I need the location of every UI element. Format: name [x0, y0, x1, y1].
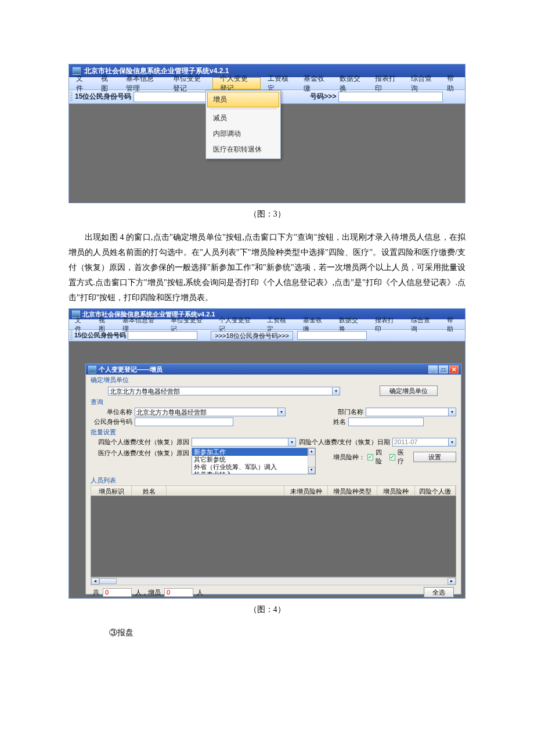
chevron-down-icon[interactable]: ▾ — [448, 438, 456, 446]
dialog-title: 个人变更登记——增员 — [99, 365, 163, 374]
menu2-fund[interactable]: 基金收缴 — [297, 316, 333, 333]
dropdown-item-add[interactable]: 增员 — [207, 92, 279, 107]
checkbox-four-label: 四险 — [376, 448, 387, 466]
section-confirm-unit: 确定增员单位 — [91, 376, 456, 384]
list-item[interactable]: 外省（行业统筹、军队）调入 — [192, 463, 315, 471]
list-item[interactable]: 机关事业转入 — [192, 471, 315, 474]
col-fourpay[interactable]: 四险个人缴 — [415, 486, 456, 495]
dialog-icon — [88, 365, 96, 373]
col-notadded[interactable]: 未增员险种 — [284, 486, 328, 495]
menu-query[interactable]: 综合查询 — [404, 77, 440, 89]
set-button[interactable]: 设置 — [413, 452, 456, 462]
label-dept: 部门名称 — [305, 408, 363, 416]
toolbar-grip-icon — [70, 92, 73, 102]
col-blank[interactable] — [167, 486, 284, 495]
total-count: 0 — [103, 588, 132, 597]
menu-fund[interactable]: 基金收缴 — [297, 77, 333, 89]
toolbar-idlabel: 15位公民身份号码 — [75, 92, 131, 102]
scrollbar[interactable]: ▴ ▾ — [308, 448, 315, 474]
menubar2: 文件 视图 基本信息管理 单位变更登记 个人变更登记 工资核定 基金收缴 数据交… — [69, 319, 465, 330]
menu2-query[interactable]: 综合查询 — [405, 316, 441, 333]
unit-combo[interactable]: 北京北方力尊电器经营部 — [108, 387, 340, 395]
chevron-down-icon[interactable]: ▾ — [448, 408, 456, 416]
dropdown-separator — [210, 109, 277, 109]
menu-unitchange[interactable]: 单位变更登记 — [166, 77, 213, 89]
menu-dataex[interactable]: 数据交换 — [333, 77, 369, 89]
dialog-titlebar: 个人变更登记——增员 _ □ ✕ — [86, 364, 461, 375]
scroll-thumb[interactable] — [99, 578, 117, 584]
checkbox-med[interactable]: ✓ — [389, 454, 395, 460]
menu-salary[interactable]: 工资核定 — [261, 77, 297, 89]
select-all-button[interactable]: 全选 — [424, 587, 454, 597]
checkbox-four[interactable]: ✓ — [367, 454, 373, 460]
status-label-ren2: 人 — [197, 588, 203, 597]
scroll-up-icon[interactable]: ▴ — [308, 448, 315, 455]
id18-input2[interactable] — [297, 331, 367, 340]
figure-caption-4: （图：4） — [68, 604, 466, 615]
label-four-reason: 四险个人缴费/支付（恢复）原因 — [91, 438, 189, 447]
status-label-total: 共 — [93, 588, 99, 597]
name-input[interactable] — [348, 417, 424, 426]
label-four-date: 四险个人缴费/支付（恢复）日期 — [298, 438, 390, 447]
convert-id-button[interactable]: >>>18位公民身份号码>>> — [211, 331, 293, 340]
menu-help[interactable]: 帮助 — [440, 77, 465, 89]
checkbox-med-label: 医疗 — [398, 448, 409, 466]
added-count: 0 — [164, 588, 193, 597]
personchange-dropdown: 增员 减员 内部调动 医疗在职转退休 — [205, 90, 281, 159]
section-batch: 批量设置 — [91, 428, 456, 437]
label-med-reason: 医疗个人缴费/支付（恢复）原因 — [91, 448, 189, 458]
grid-header: 增员标识 姓名 未增员险种 增员险种类型 增员险种 四险个人缴 — [91, 485, 456, 496]
col-name[interactable]: 姓名 — [132, 486, 167, 495]
scroll-down-icon[interactable]: ▾ — [308, 467, 315, 474]
menu-basicinfo[interactable]: 基本信息管理 — [119, 77, 166, 89]
screenshot-1: 北京市社会保险信息系统企业管理子系统v4.2.1 文件 视图 基本信息管理 单位… — [68, 64, 466, 203]
unitname-input[interactable]: 北京北方力尊电器经营部 — [135, 408, 286, 416]
dept-input[interactable] — [366, 408, 456, 416]
toolbar2-idlabel: 15位公民身份号码 — [74, 331, 126, 340]
dropdown-item-transfer[interactable]: 内部调动 — [207, 126, 279, 142]
menu2-unitchange[interactable]: 单位变更登记 — [165, 316, 213, 333]
col-addkind[interactable]: 增员险种 — [377, 486, 415, 495]
label-name: 姓名 — [236, 417, 346, 426]
menu-personchange[interactable]: 个人变更登记 — [212, 77, 261, 89]
add-person-dialog: 个人变更登记——增员 _ □ ✕ 确定增员单位 北京北方力尊电器经营部 ▾ 确定… — [85, 363, 461, 595]
menu2-view[interactable]: 视图 — [93, 316, 117, 333]
scroll-left-icon[interactable]: ◂ — [91, 578, 99, 585]
dropdown-item-remove[interactable]: 减员 — [207, 110, 279, 126]
paragraph-instructions: 出现如图 4 的窗口,点击"确定增员单位"按钮,点击窗口下方"查询"按钮，出现刚… — [68, 230, 466, 305]
label-addkind: 增员险种： — [330, 453, 365, 462]
id15-input2[interactable] — [128, 331, 197, 340]
menu-file[interactable]: 文件 — [69, 77, 94, 89]
four-date-input[interactable]: 2011-07 — [392, 438, 456, 447]
med-reason-listbox[interactable]: 新参加工作 其它新参统 外省（行业统筹、军队）调入 机关事业转入 复员军人 ▴ … — [192, 448, 316, 474]
hscrollbar[interactable]: ◂ ▸ — [91, 577, 456, 585]
chevron-down-icon[interactable]: ▾ — [288, 438, 295, 446]
scroll-right-icon[interactable]: ▸ — [448, 578, 456, 585]
maximize-icon[interactable]: □ — [439, 365, 448, 373]
chevron-down-icon[interactable]: ▾ — [277, 408, 285, 416]
chevron-down-icon[interactable]: ▾ — [332, 387, 340, 395]
menu2-dataex[interactable]: 数据交换 — [333, 316, 369, 333]
grid-body[interactable] — [91, 496, 456, 577]
id18-input[interactable] — [338, 92, 443, 102]
minimize-icon[interactable]: _ — [428, 365, 438, 373]
col-addtype[interactable]: 增员险种类型 — [328, 486, 377, 495]
confirm-unit-button[interactable]: 确定增员单位 — [380, 386, 438, 396]
idno-input[interactable] — [135, 417, 233, 426]
menu2-help[interactable]: 帮助 — [441, 316, 465, 333]
section-people: 人员列表 — [91, 476, 456, 485]
close-icon[interactable]: ✕ — [449, 365, 459, 373]
dropdown-item-retire[interactable]: 医疗在职转退休 — [207, 142, 279, 157]
menu-view[interactable]: 视图 — [94, 77, 119, 89]
menu2-basicinfo[interactable]: 基本信息管理 — [117, 316, 165, 333]
label-idno: 公民身份号码 — [91, 417, 132, 426]
col-flag[interactable]: 增员标识 — [91, 486, 132, 495]
list-item[interactable]: 其它新参统 — [192, 456, 315, 463]
menu-report[interactable]: 报表打印 — [368, 77, 404, 89]
menu2-report[interactable]: 报表打印 — [369, 316, 405, 333]
toolbar2-grip-icon — [70, 330, 73, 341]
menu2-file[interactable]: 文件 — [69, 316, 93, 333]
section-query: 查询 — [91, 398, 456, 406]
four-reason-combo[interactable] — [192, 438, 296, 447]
list-item[interactable]: 新参加工作 — [192, 448, 315, 456]
